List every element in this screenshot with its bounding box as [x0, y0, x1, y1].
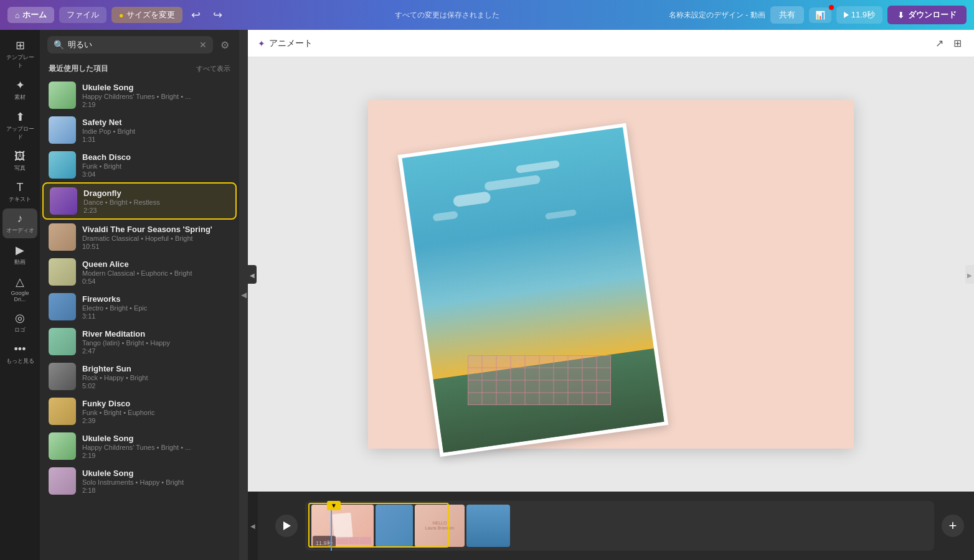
see-all-link[interactable]: すべて表示: [196, 64, 230, 73]
text-icon: T: [17, 181, 24, 194]
cloud-2: [485, 175, 541, 191]
frame-4-bg: [466, 505, 510, 547]
audio-item-vivaldi[interactable]: Vivaldi The Four Seasons 'Spring' Dramat…: [42, 220, 237, 254]
audio-item-beach[interactable]: Beach Disco Funk • Bright 3:04: [42, 147, 237, 182]
panel-collapse[interactable]: ◀: [239, 30, 248, 560]
canvas-collapse-icon: ◀: [250, 272, 255, 279]
audio-info-ukulele3: Ukulele Song Solo Instruments • Happy • …: [82, 469, 230, 494]
audio-item-ukulele3[interactable]: Ukulele Song Solo Instruments • Happy • …: [42, 464, 237, 498]
audio-thumb-dragonfly: [50, 187, 77, 215]
download-icon: ⬇: [897, 11, 904, 20]
audio-tags-funky: Funk • Bright • Euphoric: [82, 409, 230, 416]
audio-duration-brighter: 5:02: [82, 382, 230, 390]
redo-button[interactable]: ↪: [209, 6, 226, 24]
audio-item-dragonfly[interactable]: Dragonfly Dance • Bright • Restless 2:23: [42, 182, 237, 220]
timeline-marker-label: ▼: [327, 501, 341, 510]
undo-button[interactable]: ↩: [187, 6, 204, 24]
share-button[interactable]: 共有: [770, 6, 804, 24]
resize-icon: ●: [119, 11, 124, 20]
thumb-inner-fireworks: [49, 293, 76, 320]
frame-thumb-2[interactable]: [376, 505, 413, 547]
audio-duration-funky: 2:39: [82, 417, 230, 424]
thumb-inner-ukulele1: [49, 82, 76, 109]
cloud-3: [432, 210, 458, 221]
filter-button[interactable]: ⚙: [218, 37, 232, 54]
resize-button[interactable]: ● サイズを変更: [111, 7, 182, 23]
home-button[interactable]: ⌂ ホーム: [7, 7, 54, 23]
audio-item-ukulele1[interactable]: Ukulele Song Happy Childrens' Tunes • Br…: [42, 78, 237, 113]
audio-name-fireworks: Fireworks: [82, 294, 230, 304]
audio-item-river[interactable]: River Meditation Tango (latin) • Bright …: [42, 324, 237, 359]
audio-thumb-funky: [49, 398, 76, 425]
slide-grid: [468, 355, 611, 405]
sidebar-item-text[interactable]: T テキスト: [2, 177, 37, 207]
thumb-inner-ukulele3: [49, 467, 76, 495]
topbar: ⌂ ホーム ファイル ● サイズを変更 ↩ ↪ すべての変更は保存されました 名…: [0, 0, 974, 30]
file-button[interactable]: ファイル: [59, 7, 106, 23]
download-button[interactable]: ⬇ ダウンロード: [887, 6, 967, 24]
add-page-button[interactable]: +: [942, 515, 964, 537]
frame-thumb-3[interactable]: HELLOLaura Brandon: [415, 505, 465, 547]
section-title: 最近使用した項目: [49, 63, 108, 74]
thumb-inner-river: [49, 328, 76, 355]
sidebar-item-google-drive[interactable]: △ Google Dri...: [2, 271, 37, 306]
canvas-collapse-button[interactable]: ◀: [248, 265, 257, 284]
sidebar-item-photos[interactable]: 🖼 写真: [2, 146, 37, 176]
resize-label: サイズを変更: [126, 9, 175, 21]
more-options-button[interactable]: ⊞: [951, 35, 964, 52]
canvas-wrapper[interactable]: ◀: [248, 57, 974, 492]
audio-item-safety[interactable]: Safety Net Indie Pop • Bright 1:31: [42, 113, 237, 147]
sidebar-item-templates[interactable]: ⊞ テンプレート: [2, 35, 37, 73]
right-collapse-icon: ▶: [967, 272, 972, 279]
audio-tags-beach: Funk • Bright: [82, 162, 230, 170]
frame-3-bg: HELLOLaura Brandon: [415, 505, 465, 547]
frame-thumb-4[interactable]: [466, 505, 510, 547]
preview-button[interactable]: 11.9秒: [836, 6, 882, 24]
frame-3-text: HELLOLaura Brandon: [425, 521, 454, 531]
search-clear-button[interactable]: ✕: [199, 40, 207, 50]
audio-tags-river: Tango (latin) • Bright • Happy: [82, 339, 230, 347]
audio-info-dragonfly: Dragonfly Dance • Bright • Restless 2:23: [83, 189, 229, 214]
sidebar-item-audio[interactable]: ♪ オーディオ: [2, 208, 37, 238]
audio-item-funky[interactable]: Funky Disco Funk • Bright • Euphoric 2:3…: [42, 394, 237, 429]
audio-icon: ♪: [17, 212, 23, 225]
sidebar-item-elements[interactable]: ✦ 素材: [2, 75, 37, 105]
sidebar-item-upload[interactable]: ⬆ アップロード: [2, 106, 37, 145]
animate-star-icon: ✦: [258, 39, 265, 49]
analytics-button[interactable]: 📊: [809, 7, 831, 23]
more-label: もっと見る: [6, 357, 34, 365]
search-input[interactable]: [68, 40, 196, 50]
sidebar-item-video[interactable]: ▶ 動画: [2, 240, 37, 270]
timeline-collapse-button[interactable]: ◀: [248, 492, 258, 560]
logo-icon: ◎: [15, 311, 25, 325]
audio-name-funky: Funky Disco: [82, 399, 230, 408]
thumb-inner-ukulele2: [49, 432, 76, 460]
audio-duration-dragonfly: 2:23: [83, 207, 229, 214]
audio-name-ukulele3: Ukulele Song: [82, 469, 230, 478]
timeline-play-button[interactable]: [275, 515, 298, 537]
audio-duration-safety: 1:31: [82, 136, 230, 143]
logo-label: ロゴ: [14, 326, 26, 334]
audio-duration-ukulele2: 2:19: [82, 452, 230, 459]
audio-info-ukulele1: Ukulele Song Happy Childrens' Tunes • Br…: [82, 83, 230, 108]
timeline-frames[interactable]: ▼: [305, 501, 934, 551]
thumb-inner-beach: [49, 151, 76, 179]
sidebar-item-logo[interactable]: ◎ ロゴ: [2, 307, 37, 338]
audio-name-queen: Queen Alice: [82, 259, 230, 269]
sidebar-item-more[interactable]: ••• もっと見る: [2, 339, 37, 369]
search-icon: 🔍: [54, 40, 64, 50]
collapse-button[interactable]: ◀: [239, 30, 248, 560]
audio-info-ukulele2: Ukulele Song Happy Childrens' Tunes • Br…: [82, 434, 230, 459]
audio-item-ukulele2[interactable]: Ukulele Song Happy Childrens' Tunes • Br…: [42, 429, 237, 464]
share-canvas-button[interactable]: ↗: [933, 35, 946, 52]
audio-item-fireworks[interactable]: Fireworks Electro • Bright • Epic 3:11: [42, 289, 237, 324]
play-triangle-icon: [283, 521, 291, 530]
right-collapse-button[interactable]: ▶: [965, 265, 974, 284]
frame-2-bg: [376, 505, 413, 547]
audio-info-vivaldi: Vivaldi The Four Seasons 'Spring' Dramat…: [82, 225, 230, 250]
drive-label: Google Dri...: [5, 290, 35, 302]
audio-item-queen[interactable]: Queen Alice Modern Classical • Euphoric …: [42, 254, 237, 289]
audio-item-brighter[interactable]: Brighter Sun Rock • Happy • Bright 5:02: [42, 359, 237, 394]
audio-thumb-river: [49, 328, 76, 355]
animate-toolbar: ✦ アニメート ↗ ⊞: [248, 30, 974, 57]
